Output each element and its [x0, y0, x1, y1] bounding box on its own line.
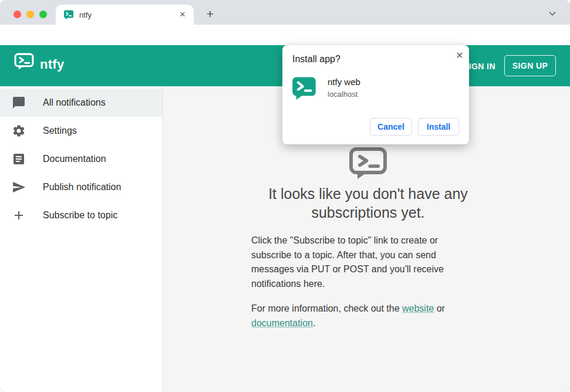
ntfy-empty-state-icon	[349, 147, 387, 181]
paragraph-text: .	[313, 318, 315, 328]
sidebar-item-documentation[interactable]: Documentation	[0, 145, 163, 173]
dialog-app-name: ntfy web	[328, 77, 360, 87]
brand-name: ntfy	[40, 57, 65, 72]
ntfy-app-icon	[292, 76, 316, 100]
empty-state-paragraph: For more information, check out the webs…	[251, 302, 457, 330]
tab-strip: ntfy ✕ +	[0, 0, 570, 25]
plus-icon	[12, 208, 26, 222]
sign-up-button[interactable]: SIGN UP	[504, 55, 556, 76]
empty-state-body: Click the "Subscribe to topic" link to c…	[251, 234, 457, 330]
dialog-app-origin: localhost	[328, 90, 357, 99]
sidebar: All notifications Settings Documentation…	[0, 86, 163, 392]
sidebar-item-publish-notification[interactable]: Publish notification	[0, 173, 163, 201]
sidebar-item-label: Settings	[43, 126, 77, 136]
browser-tab[interactable]: ntfy ✕	[56, 5, 194, 25]
send-icon	[12, 180, 26, 194]
paragraph-text: or	[434, 303, 445, 313]
sidebar-item-label: Subscribe to topic	[43, 210, 117, 221]
sidebar-item-all-notifications[interactable]: All notifications	[0, 89, 163, 117]
paragraph-text: For more information, check out the	[251, 303, 402, 313]
sidebar-item-label: Publish notification	[43, 182, 121, 192]
sidebar-item-settings[interactable]: Settings	[0, 117, 163, 145]
empty-state-paragraph: Click the "Subscribe to topic" link to c…	[251, 234, 457, 291]
install-button[interactable]: Install	[418, 118, 459, 136]
website-link[interactable]: website	[402, 303, 434, 313]
ntfy-favicon-icon	[63, 10, 74, 19]
dialog-title: Install app?	[292, 54, 340, 65]
dialog-close-icon[interactable]: ✕	[454, 50, 466, 62]
window-maximize-button[interactable]	[39, 11, 47, 18]
window-close-button[interactable]	[14, 11, 21, 18]
sidebar-item-label: All notifications	[43, 97, 106, 108]
browser-toolbar: localhost	[0, 25, 570, 45]
chat-icon	[12, 96, 26, 110]
article-icon	[12, 152, 26, 166]
install-app-dialog: Install app? ✕ ntfy web localhost Cancel…	[282, 45, 469, 144]
empty-state-heading: It looks like you don't have any subscri…	[242, 184, 494, 222]
tab-close-icon[interactable]: ✕	[177, 9, 188, 20]
sidebar-item-subscribe-to-topic[interactable]: Subscribe to topic	[0, 201, 163, 229]
new-tab-button[interactable]: +	[202, 6, 218, 23]
browser-window: ntfy ✕ + localhost	[0, 0, 570, 392]
documentation-link[interactable]: documentation	[251, 318, 313, 328]
dialog-button-row: Cancel Install	[370, 118, 459, 136]
ntfy-logo-icon	[14, 53, 34, 70]
tab-title: ntfy	[79, 11, 177, 19]
sidebar-item-label: Documentation	[43, 154, 106, 164]
window-minimize-button[interactable]	[26, 11, 34, 18]
tab-search-chevron-icon[interactable]	[546, 7, 559, 20]
cancel-button[interactable]: Cancel	[370, 118, 412, 136]
gear-icon	[12, 124, 26, 138]
